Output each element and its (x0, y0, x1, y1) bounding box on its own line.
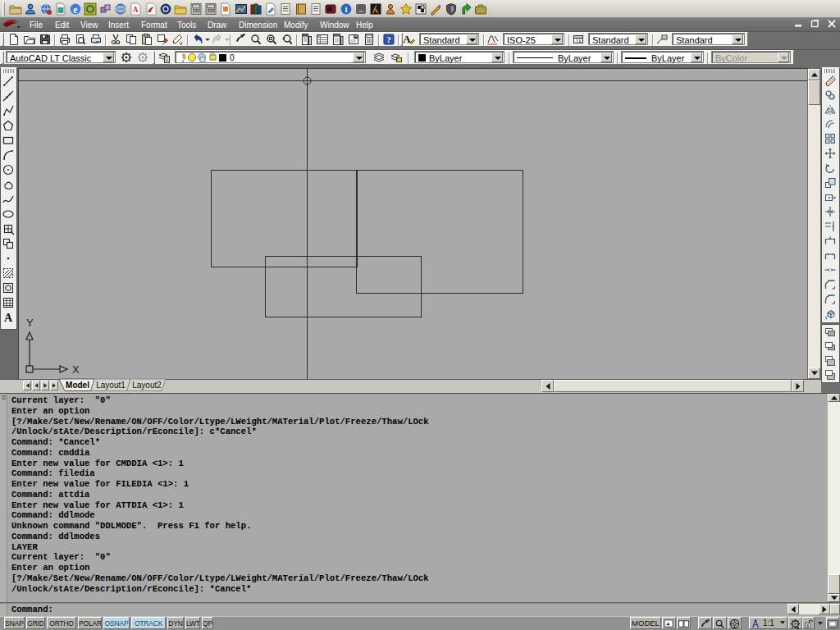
svg-text:0: 0 (230, 53, 235, 62)
svg-text:i: i (345, 4, 347, 14)
svg-text:A: A (4, 312, 13, 324)
svg-text:Layout2: Layout2 (132, 381, 162, 390)
svg-text:A: A (132, 5, 139, 14)
svg-text:A: A (403, 33, 411, 45)
svg-text:e: e (73, 4, 78, 16)
svg-text:Y: Y (26, 317, 34, 329)
svg-text:X: X (72, 363, 80, 376)
svg-text:Model: Model (66, 381, 89, 390)
svg-text:?: ? (386, 34, 391, 44)
svg-text:Layout1: Layout1 (96, 381, 126, 390)
